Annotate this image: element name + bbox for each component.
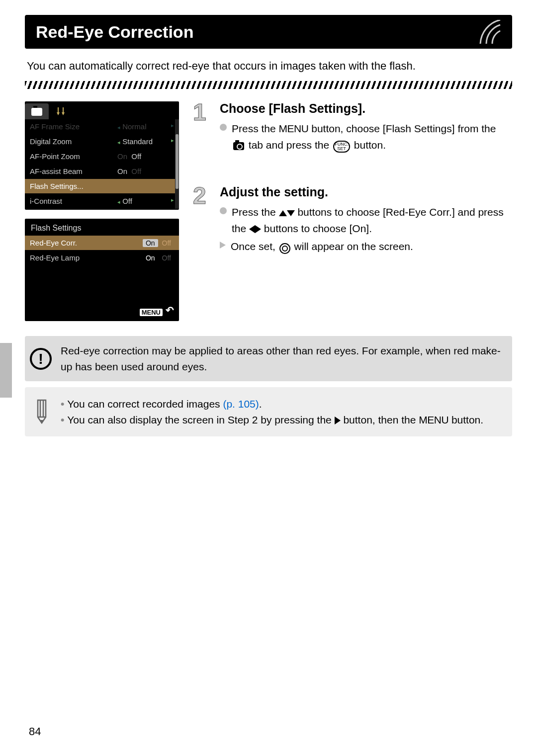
- step-1-title: Choose [Flash Settings].: [220, 101, 512, 116]
- left-arrow-icon: [249, 225, 255, 233]
- menu-row-digital-zoom: Digital Zoom ◂ Standard ▸: [25, 134, 179, 149]
- flash-settings-footer: MENU ↶: [25, 300, 179, 320]
- flash-row-red-eye-lamp: Red-Eye Lamp On Off: [25, 251, 179, 265]
- step-number-1: 1: [193, 101, 213, 123]
- page-link-105[interactable]: (p. 105): [223, 398, 259, 410]
- step-1: 1 Choose [Flash Settings]. Press the MEN…: [193, 101, 512, 155]
- caution-note: ! Red-eye correction may be applied to a…: [25, 336, 512, 381]
- camera-menu-screenshot: AF Frame Size ◂ Normal ▸ Digital Zoom ◂ …: [25, 101, 179, 210]
- caution-icon: !: [30, 348, 52, 370]
- menu-row-flash-settings: Flash Settings...: [25, 179, 179, 194]
- flash-row-red-eye-corr: Red-Eye Corr. On Off: [25, 236, 179, 251]
- flash-settings-screenshot: Flash Settings Red-Eye Corr. On Off Red-…: [25, 219, 179, 321]
- right-arrow-icon: [335, 417, 341, 424]
- section-title: Red-Eye Correction: [36, 22, 193, 42]
- right-arrow-icon: [255, 225, 261, 233]
- page-number: 84: [29, 725, 41, 738]
- menu-row-i-contrast: i-Contrast ◂ Off ▸: [25, 194, 179, 209]
- func-set-icon: FUNC.SET: [333, 141, 350, 153]
- page-edge-tab: [0, 343, 12, 398]
- shooting-tab-icon: [25, 103, 49, 119]
- tools-tab-icon: [49, 103, 73, 119]
- menu-row-af-assist-beam: AF-assist Beam On Off: [25, 164, 179, 179]
- step-number-2: 2: [193, 185, 213, 206]
- tips-note: You can correct recorded images (p. 105)…: [25, 387, 512, 436]
- intro-text: You can automatically correct red-eye th…: [25, 58, 512, 74]
- bullet-dot-icon: [220, 207, 227, 214]
- bullet-dot-icon: [220, 124, 227, 131]
- hatch-divider: [25, 81, 512, 89]
- result-arrow-icon: [220, 242, 226, 249]
- step-2-bullet-2: Once set, will appear on the screen.: [220, 239, 512, 255]
- return-icon: ↶: [166, 304, 174, 316]
- pencil-icon: [30, 396, 52, 425]
- menu-row-af-frame-size: AF Frame Size ◂ Normal ▸: [25, 119, 179, 134]
- flash-settings-header: Flash Settings: [25, 219, 179, 236]
- menu-scrollbar: [175, 119, 179, 209]
- step-1-bullet: Press the MENU button, choose [Flash Set…: [220, 121, 512, 153]
- caution-text: Red-eye correction may be applied to are…: [61, 343, 502, 374]
- menu-row-af-point-zoom: AF-Point Zoom On Off: [25, 149, 179, 164]
- red-eye-indicator-icon: [279, 243, 290, 254]
- step-2: 2 Adjust the setting. Press the buttons …: [193, 185, 512, 257]
- down-arrow-icon: [287, 210, 295, 216]
- tip-1: You can correct recorded images (p. 105)…: [61, 396, 483, 412]
- header-swirl-decor: [456, 20, 501, 44]
- camera-tab-icon: [233, 142, 244, 150]
- up-arrow-icon: [279, 210, 287, 216]
- step-2-title: Adjust the setting.: [220, 185, 512, 199]
- menu-chip-icon: MENU: [140, 309, 163, 316]
- section-header: Red-Eye Correction: [25, 15, 512, 49]
- step-2-bullet-1: Press the buttons to choose [Red-Eye Cor…: [220, 204, 512, 237]
- tip-2: You can also display the screen in Step …: [61, 412, 483, 428]
